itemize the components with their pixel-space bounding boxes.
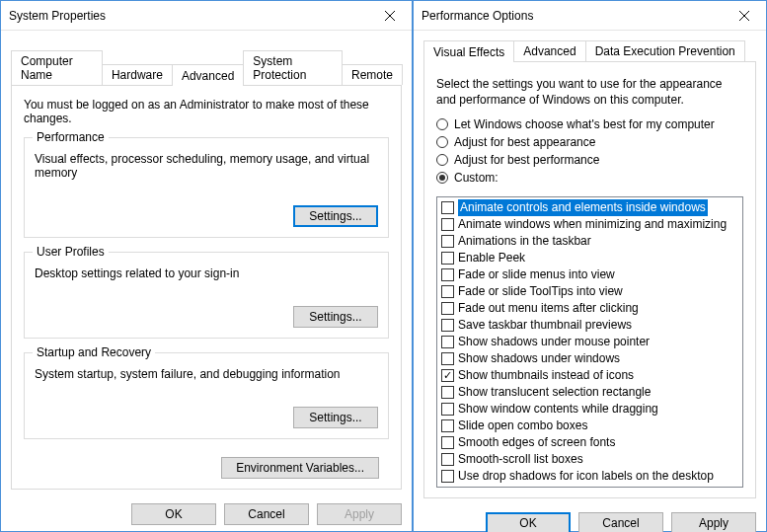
group-legend: Performance: [33, 130, 109, 144]
checkbox-item[interactable]: Animate controls and elements inside win…: [439, 199, 740, 216]
close-button[interactable]: [367, 1, 412, 30]
tab-remote[interactable]: Remote: [342, 64, 403, 85]
checkbox-item[interactable]: Smooth-scroll list boxes: [439, 451, 740, 468]
checkbox-label: Fade out menu items after clicking: [458, 300, 639, 317]
checkbox-icon: [441, 386, 454, 399]
checkbox-item[interactable]: Show window contents while dragging: [439, 401, 740, 418]
checkbox-label: Use drop shadows for icon labels on the …: [458, 468, 714, 485]
radio-label: Custom:: [454, 171, 499, 185]
radio-icon: [436, 172, 448, 184]
checkbox-label: Show shadows under windows: [458, 350, 620, 367]
checkbox-icon: [441, 252, 454, 265]
checkbox-label: Enable Peek: [458, 250, 525, 266]
radio-label: Adjust for best appearance: [454, 135, 595, 149]
visual-effects-listbox[interactable]: Animate controls and elements inside win…: [436, 196, 743, 488]
tab-system-protection[interactable]: System Protection: [243, 50, 343, 85]
checkbox-item[interactable]: Slide open combo boxes: [439, 418, 740, 434]
apply-button[interactable]: Apply: [317, 503, 402, 525]
dialog-footer: OK Cancel Apply: [414, 504, 766, 532]
dialog-body: Visual EffectsAdvancedData Execution Pre…: [414, 31, 766, 504]
cancel-button[interactable]: Cancel: [578, 512, 663, 532]
tab-panel-advanced: You must be logged on as an Administrato…: [11, 85, 402, 490]
checkbox-label: Show thumbnails instead of icons: [458, 367, 634, 384]
radio-label: Let Windows choose what's best for my co…: [454, 117, 715, 131]
titlebar: System Properties: [1, 1, 412, 31]
checkbox-icon: [441, 453, 454, 466]
checkbox-item[interactable]: Fade or slide ToolTips into view: [439, 283, 740, 300]
environment-variables-button[interactable]: Environment Variables...: [221, 457, 379, 479]
group-desc: System startup, system failure, and debu…: [35, 367, 378, 381]
checkbox-label: Fade or slide ToolTips into view: [458, 283, 623, 300]
checkbox-label: Slide open combo boxes: [458, 418, 587, 434]
checkbox-label: Smooth-scroll list boxes: [458, 451, 583, 468]
checkbox-icon: [441, 336, 454, 348]
checkbox-item[interactable]: Show translucent selection rectangle: [439, 384, 740, 401]
checkbox-label: Animations in the taskbar: [458, 233, 591, 250]
apply-button[interactable]: Apply: [671, 512, 756, 532]
tab-advanced[interactable]: Advanced: [172, 64, 244, 86]
titlebar: Performance Options: [414, 1, 766, 31]
group-user-profiles: User Profiles Desktop settings related t…: [24, 252, 389, 339]
checkbox-label: Show window contents while dragging: [458, 401, 658, 418]
radio-option[interactable]: Custom:: [436, 171, 743, 185]
checkbox-icon: [441, 419, 454, 432]
checkbox-icon: [441, 352, 454, 365]
checkbox-icon: [441, 302, 454, 315]
checkbox-item[interactable]: Fade or slide menus into view: [439, 266, 740, 283]
checkbox-item[interactable]: Show thumbnails instead of icons: [439, 367, 740, 384]
checkbox-item[interactable]: Show shadows under windows: [439, 350, 740, 367]
checkbox-icon: [441, 235, 454, 248]
user-profiles-settings-button[interactable]: Settings...: [293, 306, 378, 328]
tab-panel-visual-effects: Select the settings you want to use for …: [423, 61, 756, 498]
radio-option[interactable]: Let Windows choose what's best for my co…: [436, 117, 743, 131]
radio-icon: [436, 136, 448, 148]
close-icon: [739, 11, 749, 21]
tab-visual-effects[interactable]: Visual Effects: [423, 40, 514, 62]
checkbox-icon: [441, 470, 454, 483]
ok-button[interactable]: OK: [486, 512, 571, 532]
checkbox-item[interactable]: Animations in the taskbar: [439, 233, 740, 250]
checkbox-label: Show translucent selection rectangle: [458, 384, 651, 401]
dialog-body: Computer NameHardwareAdvancedSystem Prot…: [1, 31, 412, 495]
radio-option[interactable]: Adjust for best appearance: [436, 135, 743, 149]
checkbox-item[interactable]: Fade out menu items after clicking: [439, 300, 740, 317]
group-startup-recovery: Startup and Recovery System startup, sys…: [24, 352, 389, 439]
radio-group: Let Windows choose what's best for my co…: [436, 117, 743, 189]
checkbox-icon: [441, 268, 454, 281]
tabstrip: Visual EffectsAdvancedData Execution Pre…: [423, 40, 756, 61]
checkbox-item[interactable]: Use drop shadows for icon labels on the …: [439, 468, 740, 485]
performance-options-dialog: Performance Options Visual EffectsAdvanc…: [413, 0, 767, 532]
cancel-button[interactable]: Cancel: [224, 503, 309, 525]
checkbox-item[interactable]: Smooth edges of screen fonts: [439, 434, 740, 451]
checkbox-item[interactable]: Save taskbar thumbnail previews: [439, 317, 740, 334]
tab-data-execution-prevention[interactable]: Data Execution Prevention: [585, 40, 745, 61]
radio-icon: [436, 154, 448, 166]
instructions: Select the settings you want to use for …: [436, 76, 743, 108]
checkbox-label: Animate controls and elements inside win…: [458, 199, 708, 216]
checkbox-item[interactable]: Animate windows when minimizing and maxi…: [439, 216, 740, 233]
group-legend: User Profiles: [33, 245, 109, 259]
system-properties-dialog: System Properties Computer NameHardwareA…: [0, 0, 413, 532]
checkbox-item[interactable]: Show shadows under mouse pointer: [439, 334, 740, 350]
radio-label: Adjust for best performance: [454, 153, 599, 167]
tab-advanced[interactable]: Advanced: [513, 40, 585, 61]
radio-icon: [436, 118, 448, 130]
ok-button[interactable]: OK: [131, 503, 216, 525]
group-legend: Startup and Recovery: [33, 345, 155, 359]
checkbox-label: Fade or slide menus into view: [458, 266, 615, 283]
performance-settings-button[interactable]: Settings...: [293, 205, 378, 227]
group-performance: Performance Visual effects, processor sc…: [24, 137, 389, 238]
startup-recovery-settings-button[interactable]: Settings...: [293, 407, 378, 428]
group-desc: Desktop settings related to your sign-in: [35, 266, 378, 280]
radio-option[interactable]: Adjust for best performance: [436, 153, 743, 167]
checkbox-icon: [441, 285, 454, 298]
close-button[interactable]: [722, 1, 766, 30]
window-title: Performance Options: [422, 9, 722, 23]
checkbox-label: Animate windows when minimizing and maxi…: [458, 216, 727, 233]
group-desc: Visual effects, processor scheduling, me…: [35, 152, 378, 180]
admin-note: You must be logged on as an Administrato…: [24, 98, 389, 125]
checkbox-item[interactable]: Enable Peek: [439, 250, 740, 266]
tab-computer-name[interactable]: Computer Name: [11, 50, 103, 85]
window-title: System Properties: [9, 9, 367, 23]
tab-hardware[interactable]: Hardware: [102, 64, 173, 85]
